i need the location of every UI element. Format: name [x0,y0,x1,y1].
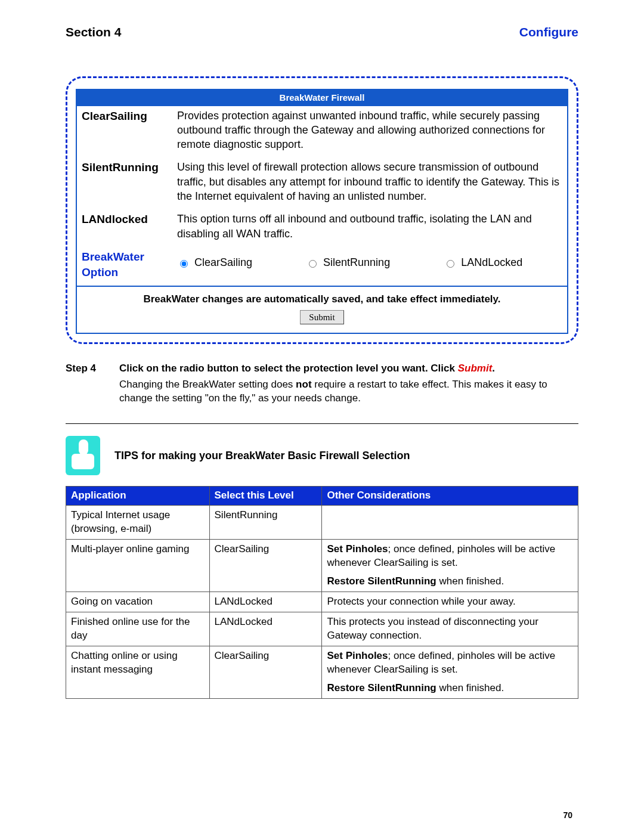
cell-level: SilentRunning [209,506,322,540]
cell-level: ClearSailing [209,646,322,698]
section-divider [66,423,578,424]
cell-other: This protects you instead of disconnecti… [322,612,578,646]
firewall-row-clearsailing: ClearSailing Provides protection against… [77,106,567,158]
tips-title: TIPS for making your BreakWater Basic Fi… [114,448,410,463]
cell-other: Set Pinholes; once defined, pinholes wil… [322,540,578,592]
cell-level: LANdLocked [209,612,322,646]
table-row: Chatting online or using instant messagi… [66,646,578,698]
step-label: Step 4 [66,362,119,376]
cell-application: Chatting online or using instant messagi… [66,646,210,698]
section-header-left: Section 4 [66,24,121,41]
firewall-row-label: ClearSailing [82,109,177,152]
radio-input[interactable] [447,260,454,268]
firewall-row-label: SilentRunning [82,160,177,203]
firewall-row-desc: Provides protection against unwanted inb… [177,109,562,152]
table-row: Going on vacationLANdLockedProtects your… [66,592,578,612]
cell-level: LANdLocked [209,592,322,612]
radio-silentrunning[interactable]: SilentRunning [306,255,390,270]
col-header-application: Application [66,487,210,506]
radio-input[interactable] [180,260,188,268]
breakwater-radio-group: ClearSailing SilentRunning LANdLocked [177,252,522,277]
cell-application: Finished online use for the day [66,612,210,646]
firewall-row-desc: This option turns off all inbound and ou… [177,212,562,241]
firewall-title: BreakWater Firewall [77,90,567,106]
firewall-row-desc: Using this level of firewall protection … [177,160,562,203]
cell-other: Set Pinholes; once defined, pinholes wil… [322,646,578,698]
cell-other [322,506,578,540]
tips-table: Application Select this Level Other Cons… [66,486,578,698]
radio-landlocked[interactable]: LANdLocked [444,255,522,270]
section-header-right: Configure [519,24,578,41]
radio-clearsailing[interactable]: ClearSailing [177,255,252,270]
firewall-row-silentrunning: SilentRunning Using this level of firewa… [77,157,567,209]
table-row: Multi-player online gamingClearSailingSe… [66,540,578,592]
radio-label: LANdLocked [461,255,522,270]
cell-level: ClearSailing [209,540,322,592]
firewall-panel: BreakWater Firewall ClearSailing Provide… [66,76,578,344]
step-instruction: Click on the radio button to select the … [119,362,578,376]
col-header-other: Other Considerations [322,487,578,506]
tips-icon [66,436,100,475]
cell-other: Protects your connection while your away… [322,592,578,612]
cell-application: Multi-player online gaming [66,540,210,592]
radio-input[interactable] [309,260,317,268]
cell-application: Going on vacation [66,592,210,612]
table-row: Finished online use for the dayLANdLocke… [66,612,578,646]
radio-label: SilentRunning [323,255,390,270]
page-number: 70 [563,810,572,821]
cell-application: Typical Internet usage (browsing, e-mail… [66,506,210,540]
radio-label: ClearSailing [194,255,252,270]
table-row: Typical Internet usage (browsing, e-mail… [66,506,578,540]
firewall-row-landlocked: LANdlocked This option turns off all inb… [77,209,567,247]
step-detail: Changing the BreakWater setting does not… [119,378,578,405]
firewall-row-label: LANdlocked [82,212,177,241]
breakwater-option-label: BreakWater Option [82,249,177,280]
firewall-note: BreakWater changes are automatically sav… [82,293,562,306]
col-header-level: Select this Level [209,487,322,506]
submit-button[interactable]: Submit [300,310,343,324]
